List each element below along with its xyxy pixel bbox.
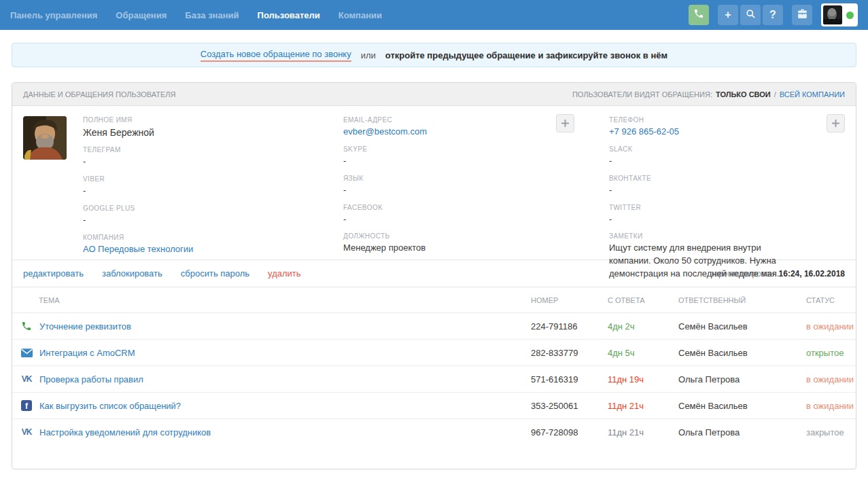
briefcase-button[interactable] xyxy=(792,5,812,25)
table-row[interactable]: Интеграция с AmoCRM 282-833779 4дн 5ч Се… xyxy=(12,339,856,365)
field-skype: SKYPE - xyxy=(343,145,609,168)
ticket-since-reply: 4дн 2ч xyxy=(608,321,678,332)
plus-icon xyxy=(561,120,569,127)
visibility-option-company[interactable]: ВСЕЙ КОМПАНИИ xyxy=(780,90,845,99)
account-menu[interactable] xyxy=(821,3,858,26)
ticket-number: 353-250061 xyxy=(531,401,608,411)
profile-column-1: ПОЛНОЕ ИМЯ Женя Бережной ТЕЛЕГРАМ - VIBE… xyxy=(83,116,343,260)
navbar-tools: + ? xyxy=(689,3,858,26)
ticket-status: в ожидании xyxy=(806,374,856,384)
ticket-assignee: Семён Васильев xyxy=(678,401,806,411)
table-row[interactable]: f Как выгрузить список обращений? 353-25… xyxy=(12,392,856,418)
ticket-subject-link[interactable]: Проверка работы правил xyxy=(39,374,143,384)
nav-item-knowledge-base[interactable]: База знаний xyxy=(185,10,239,20)
visibility-divider: / xyxy=(774,90,776,99)
ticket-status: открытое xyxy=(806,348,856,358)
field-facebook: FACEBOOK - xyxy=(343,204,609,226)
plus-icon xyxy=(832,120,839,127)
ticket-assignee: Ольга Петрова xyxy=(678,374,806,384)
ticket-subject-link[interactable]: Интеграция с AmoCRM xyxy=(39,348,135,358)
visibility-toggle: ПОЛЬЗОВАТЕЛИ ВИДЯТ ОБРАЩЕНИЯ: ТОЛЬКО СВО… xyxy=(572,90,845,99)
profile-column-3: ТЕЛЕФОН +7 926 865-62-05 SLACK - ВКОНТАК… xyxy=(609,116,845,260)
ticket-assignee: Ольга Петрова xyxy=(678,427,806,437)
banner-separator: или xyxy=(361,50,376,60)
agent-avatar xyxy=(823,5,842,24)
visibility-option-own: ТОЛЬКО СВОИ xyxy=(716,90,771,99)
field-twitter: TWITTER - xyxy=(609,204,804,226)
header-number: НОМЕР xyxy=(531,296,608,304)
ticket-assignee: Семён Васильев xyxy=(678,348,806,358)
help-button[interactable]: ? xyxy=(763,5,783,25)
header-since-reply: С ОТВЕТА xyxy=(608,296,678,304)
ticket-subject-link[interactable]: Как выгрузить список обращений? xyxy=(39,401,181,411)
user-avatar xyxy=(23,116,67,160)
ticket-since-reply: 4дн 5ч xyxy=(608,348,678,358)
visibility-label: ПОЛЬЗОВАТЕЛИ ВИДЯТ ОБРАЩЕНИЯ: xyxy=(572,90,712,99)
phone-channel-icon xyxy=(20,320,33,332)
add-contact-field-button[interactable] xyxy=(556,114,574,132)
ticket-subject-link[interactable]: Уточнение реквизитов xyxy=(39,321,131,332)
field-notes: ЗАМЕТКИ Ищут систему для внедрения внутр… xyxy=(609,232,804,281)
profile-section: ПОЛНОЕ ИМЯ Женя Бережной ТЕЛЕГРАМ - VIBE… xyxy=(12,106,856,260)
nav-item-cases[interactable]: Обращения xyxy=(116,10,167,20)
create-case-from-call-link[interactable]: Создать новое обращение по звонку xyxy=(201,49,351,62)
phone-icon xyxy=(693,8,704,22)
banner-instruction: откройте предыдущее обращение и зафиксир… xyxy=(385,50,667,60)
nav-item-companies[interactable]: Компании xyxy=(338,10,382,20)
online-status-dot xyxy=(846,12,854,19)
field-vkontakte: ВКОНТАКТЕ - xyxy=(609,175,804,197)
block-user-link[interactable]: заблокировать xyxy=(102,268,162,279)
field-viber: VIBER - xyxy=(83,175,343,198)
ticket-number: 571-616319 xyxy=(531,374,608,384)
field-full-name: ПОЛНОЕ ИМЯ Женя Бережной xyxy=(83,116,343,139)
edit-user-link[interactable]: редактировать xyxy=(23,268,84,279)
user-data-panel: ДАННЫЕ И ОБРАЩЕНИЯ ПОЛЬЗОВАТЕЛЯ ПОЛЬЗОВА… xyxy=(12,82,856,469)
table-row[interactable]: VK Проверка работы правил 571-616319 11д… xyxy=(12,365,856,392)
navbar-button-group: + ? xyxy=(718,5,783,25)
call-button[interactable] xyxy=(689,5,709,25)
email-channel-icon xyxy=(20,346,33,359)
company-link[interactable]: АО Передовые технологии xyxy=(83,243,343,256)
search-button[interactable] xyxy=(740,5,761,25)
panel-header: ДАННЫЕ И ОБРАЩЕНИЯ ПОЛЬЗОВАТЕЛЯ ПОЛЬЗОВА… xyxy=(12,83,856,106)
ticket-assignee: Семён Васильев xyxy=(678,321,806,332)
top-navbar: Панель управления Обращения База знаний … xyxy=(0,0,868,30)
header-status: СТАТУС xyxy=(806,296,856,304)
plus-icon: + xyxy=(725,10,731,20)
tickets-table-header: ТЕМА НОМЕР С ОТВЕТА ОТВЕТСТВЕННЫЙ СТАТУС xyxy=(12,287,856,312)
table-row[interactable]: Уточнение реквизитов 224-791186 4дн 2ч С… xyxy=(12,312,856,339)
field-telegram: ТЕЛЕГРАМ - xyxy=(83,146,343,168)
vk-channel-icon: VK xyxy=(20,373,33,385)
nav-item-dashboard[interactable]: Панель управления xyxy=(10,10,97,20)
panel-title: ДАННЫЕ И ОБРАЩЕНИЯ ПОЛЬЗОВАТЕЛЯ xyxy=(23,90,175,99)
call-notification-banner: Создать новое обращение по звонку или от… xyxy=(12,43,856,67)
ticket-number: 282-833779 xyxy=(531,348,608,358)
delete-user-link[interactable]: удалить xyxy=(268,268,300,279)
vk-channel-icon: VK xyxy=(20,426,33,438)
ticket-status: закрытое xyxy=(806,427,856,437)
ticket-since-reply: 11дн 21ч xyxy=(608,401,678,411)
profile-column-2: EMAIL-АДРЕС evber@bestcom.com SKYPE - ЯЗ… xyxy=(343,116,609,260)
search-icon xyxy=(746,9,756,22)
ticket-status: в ожидании xyxy=(806,401,856,411)
field-phone: ТЕЛЕФОН +7 926 865-62-05 xyxy=(609,116,804,139)
nav-item-users[interactable]: Пользователи xyxy=(258,10,320,20)
phone-link[interactable]: +7 926 865-62-05 xyxy=(609,126,804,139)
field-position: ДОЛЖНОСТЬ Менеджер проектов xyxy=(343,232,609,255)
add-button[interactable]: + xyxy=(718,5,738,25)
add-phone-field-button[interactable] xyxy=(827,114,845,132)
field-slack: SLACK - xyxy=(609,145,804,168)
field-language: ЯЗЫК - xyxy=(343,175,609,197)
table-row[interactable]: VK Настройка уведомлений для сотрудников… xyxy=(12,418,856,445)
header-subject: ТЕМА xyxy=(12,296,531,304)
header-assignee: ОТВЕТСТВЕННЫЙ xyxy=(678,296,806,304)
question-icon: ? xyxy=(769,10,776,20)
briefcase-icon xyxy=(797,8,808,22)
ticket-since-reply: 11дн 19ч xyxy=(608,374,678,384)
reset-password-link[interactable]: сбросить пароль xyxy=(181,268,249,279)
ticket-subject-link[interactable]: Настройка уведомлений для сотрудников xyxy=(39,427,211,437)
ticket-number: 967-728098 xyxy=(531,427,608,437)
ticket-since-reply: 11дн 21ч xyxy=(608,427,678,437)
main-menu: Панель управления Обращения База знаний … xyxy=(10,10,382,20)
field-google-plus: GOOGLE PLUS - xyxy=(83,204,343,227)
